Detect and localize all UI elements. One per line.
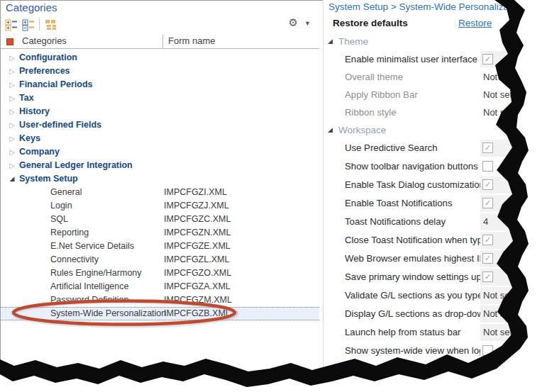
tree-item-tax[interactable]: ▷Tax bbox=[1, 91, 319, 105]
checkbox-checked[interactable]: ✓ bbox=[482, 54, 493, 65]
setting-value-text[interactable]: Not set by bbox=[480, 308, 525, 319]
checkbox-unchecked[interactable] bbox=[482, 364, 493, 374]
settings-gear-icon[interactable]: ⚙ bbox=[289, 16, 298, 29]
tree-child-rules-engine-harmony[interactable]: Rules Engine/HarmonyIMPCFGZO.XML bbox=[1, 267, 319, 280]
collapsed-triangle-icon[interactable]: ▷ bbox=[8, 78, 16, 91]
section-title: Theme bbox=[338, 33, 368, 50]
tree-child-reporting[interactable]: ReportingIMPCFGZN.XML bbox=[1, 226, 319, 240]
grid-header: Categories Form name bbox=[1, 35, 319, 49]
setting-value-text[interactable]: Not set by bbox=[480, 290, 525, 301]
tree-child-artificial-intelligence[interactable]: Artificial IntelligenceIMPCFGZA.XML bbox=[1, 280, 319, 293]
tree-item-keys[interactable]: ▷Keys bbox=[1, 132, 319, 145]
dropdown-caret-icon[interactable]: ▼ bbox=[304, 20, 311, 27]
checkbox-checked[interactable]: ✓ bbox=[482, 198, 493, 208]
group-columns-icon[interactable] bbox=[45, 18, 57, 31]
setting-value-text[interactable]: Not set by bbox=[480, 107, 525, 118]
setting-row-validate-g-l-sections-as-you-type: Validate G/L sections as you typeNot set… bbox=[324, 286, 547, 305]
expand-tree-icon[interactable] bbox=[5, 18, 18, 31]
setting-row-enable-toast-notifications: Enable Toast Notifications✓ bbox=[324, 194, 547, 213]
tree-child-system-wide-personalization[interactable]: System-Wide PersonalizationIMPCFGZB.XML bbox=[1, 307, 319, 320]
checkbox-unchecked[interactable] bbox=[482, 345, 493, 356]
setting-label: Web Browser emulates highest IE bbox=[345, 250, 480, 268]
tree-item-label: Keys bbox=[19, 132, 40, 145]
setting-row-show-role-view-when-logging-in: Show role view when logging in bbox=[324, 360, 547, 379]
collapsed-triangle-icon[interactable]: ▷ bbox=[8, 51, 16, 65]
setting-value-cell: Not set by bbox=[480, 324, 547, 341]
setting-value-cell: ✓ bbox=[480, 140, 547, 157]
tree-child-label: Artificial Intelligence bbox=[50, 280, 128, 293]
toolbar-separator bbox=[39, 18, 40, 30]
form-name-value: IMPCFGZC.XML bbox=[164, 213, 231, 226]
column-divider[interactable] bbox=[162, 35, 163, 49]
expanded-triangle-icon[interactable]: ◢ bbox=[328, 33, 333, 50]
collapsed-triangle-icon[interactable]: ▷ bbox=[8, 145, 16, 159]
setting-label: Show role view when logging in bbox=[345, 360, 480, 379]
section-header-theme[interactable]: ◢Theme bbox=[324, 33, 547, 50]
setting-value-cell bbox=[480, 158, 547, 175]
collapsed-triangle-icon[interactable]: ▷ bbox=[8, 105, 16, 118]
setting-value-cell bbox=[480, 361, 547, 378]
setting-value-cell: ✓ bbox=[480, 51, 547, 67]
setting-row-web-browser-emulates-highest-ie: Web Browser emulates highest IE✓ bbox=[324, 250, 547, 268]
setting-label: Enable Task Dialog customization bbox=[345, 176, 480, 194]
restore-link[interactable]: Restore bbox=[458, 18, 492, 28]
collapsed-triangle-icon[interactable]: ▷ bbox=[8, 159, 16, 172]
setting-row-save-primary-window-settings-upon-exit: Save primary window settings upon exit✓ bbox=[324, 268, 547, 286]
tree-child-connectivity[interactable]: ConnectivityIMPCFGZL.XML bbox=[1, 253, 319, 267]
collapse-tree-icon[interactable] bbox=[22, 18, 35, 31]
setting-row-show-toolbar-navigation-buttons: Show toolbar navigation buttons bbox=[324, 157, 547, 176]
setting-value-text[interactable]: Not set by bbox=[480, 327, 525, 337]
setting-row-show-system-wide-view-when-logging-in: Show system-wide view when logging in bbox=[324, 342, 547, 360]
checkbox-unchecked[interactable] bbox=[482, 161, 493, 172]
section-title: Workspace bbox=[338, 121, 386, 139]
expanded-triangle-icon[interactable]: ◢ bbox=[8, 172, 16, 186]
tree-item-user-defined-fields[interactable]: ▷User-defined Fields bbox=[1, 118, 319, 132]
setting-label: Enable Toast Notifications bbox=[345, 194, 480, 213]
form-name-value: IMPCFGZN.XML bbox=[164, 226, 231, 240]
checkbox-checked[interactable]: ✓ bbox=[482, 253, 493, 264]
section-header-workspace[interactable]: ◢Workspace bbox=[324, 121, 547, 139]
setting-row-enable-task-dialog-customization: Enable Task Dialog customization✓ bbox=[324, 176, 547, 194]
tree-child-login[interactable]: LoginIMPCFGZJ.XML bbox=[1, 199, 319, 213]
setting-label: Close Toast Notification when typing bbox=[345, 231, 480, 250]
tree-item-configuration[interactable]: ▷Configuration bbox=[1, 51, 319, 65]
tree-item-system-setup[interactable]: ◢System Setup bbox=[1, 172, 319, 186]
tree-child-password-definition[interactable]: Password DefinitionIMPCFGZM.XML bbox=[1, 293, 319, 307]
tree-child-e-net-service-details[interactable]: E.Net Service DetailsIMPCFGZE.XML bbox=[1, 240, 319, 253]
tree-child-sql[interactable]: SQLIMPCFGZC.XML bbox=[1, 213, 319, 226]
setting-value-cell: ✓ bbox=[480, 177, 547, 194]
column-header-form-name[interactable]: Form name bbox=[168, 35, 215, 46]
collapsed-triangle-icon[interactable]: ▷ bbox=[8, 132, 16, 145]
collapsed-triangle-icon[interactable]: ▷ bbox=[8, 118, 16, 132]
setting-value-text[interactable]: Not set by bbox=[480, 89, 525, 100]
checkbox-checked[interactable]: ✓ bbox=[482, 235, 493, 245]
tree-child-general[interactable]: GeneralIMPCFGZI.XML bbox=[1, 186, 319, 199]
setting-label: Save primary window settings upon exit bbox=[345, 268, 480, 286]
setting-value-text[interactable]: 4 bbox=[480, 216, 488, 227]
tree-item-general-ledger-integration[interactable]: ▷General Ledger Integration bbox=[1, 159, 319, 172]
expanded-triangle-icon[interactable]: ◢ bbox=[328, 121, 333, 139]
checkbox-checked[interactable]: ✓ bbox=[482, 142, 493, 153]
setting-label: Display G/L sections as drop-down bbox=[345, 305, 480, 323]
tree-child-label: Password Definition bbox=[50, 293, 128, 307]
form-name-value: IMPCFGZL.XML bbox=[164, 253, 229, 267]
tree-item-label: Tax bbox=[19, 91, 34, 105]
setting-label: Show toolbar navigation buttons bbox=[345, 157, 480, 176]
tree-item-history[interactable]: ▷History bbox=[1, 105, 319, 118]
setting-value-cell: Not set by bbox=[480, 69, 547, 85]
form-name-value: IMPCFGZA.XML bbox=[164, 280, 231, 293]
tree-child-label: E.Net Service Details bbox=[50, 240, 134, 253]
setting-value-cell: ✓ bbox=[480, 195, 547, 212]
column-header-categories[interactable]: Categories bbox=[22, 35, 67, 46]
setting-value-text[interactable]: Not set by bbox=[480, 72, 525, 82]
tree-item-company[interactable]: ▷Company bbox=[1, 145, 319, 159]
setting-row-overall-theme: Overall themeNot set by bbox=[324, 68, 547, 86]
tree-item-preferences[interactable]: ▷Preferences bbox=[1, 65, 319, 78]
checkbox-checked[interactable]: ✓ bbox=[482, 271, 493, 282]
collapsed-triangle-icon[interactable]: ▷ bbox=[8, 91, 16, 105]
collapsed-triangle-icon[interactable]: ▷ bbox=[8, 65, 16, 78]
checkbox-checked[interactable]: ✓ bbox=[482, 179, 493, 190]
tree-child-label: Reporting bbox=[50, 226, 89, 240]
tree-item-financial-periods[interactable]: ▷Financial Periods bbox=[1, 78, 319, 91]
pane-title: Categories bbox=[6, 1, 57, 13]
